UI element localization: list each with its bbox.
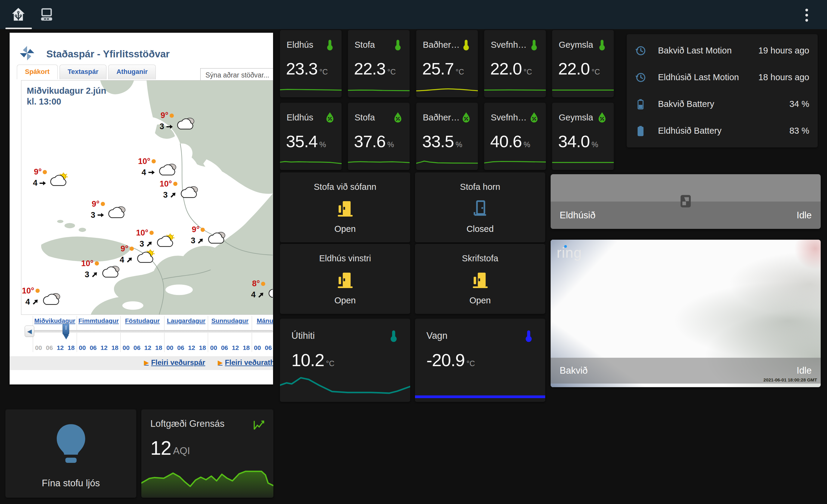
humidity-sensor-card[interactable]: Svefnh… 40.6 % (484, 103, 546, 170)
weather-station: 9° 3 (191, 225, 227, 245)
sensor-name: Stofa (354, 113, 375, 122)
tab-terminal[interactable] (33, 5, 60, 23)
sensor-unit: °C (326, 359, 334, 368)
climate-sensor-card[interactable]: Útihiti 10.2 °C (280, 319, 410, 402)
day-link[interactable]: Miðvikudagur (33, 317, 77, 324)
history-icon (635, 71, 646, 83)
day-link[interactable]: Laugardagur (164, 317, 208, 324)
station-dot-icon (173, 182, 178, 186)
tab-spakort[interactable]: Spákort (17, 65, 58, 79)
door-open-icon (335, 198, 355, 218)
sensor-unit: % (455, 140, 462, 149)
day-link[interactable]: Föstudagur (120, 317, 164, 324)
sensor-unit: % (387, 140, 394, 149)
station-wind: 3 (191, 236, 205, 245)
temperature-sensor-card[interactable]: Stofa 22.3 °C (348, 30, 409, 97)
station-dot-icon (149, 231, 154, 235)
day-link[interactable]: Sunnudagur (208, 317, 252, 324)
temperature-sensor-card[interactable]: Geymsla 22.0 °C (552, 30, 614, 97)
temperature-sensor-card[interactable]: Eldhús 23.3 °C (280, 30, 342, 97)
sensor-value: 25.7 (422, 59, 454, 78)
humidity-sensor-card[interactable]: Stofa 37.6 % (348, 103, 409, 170)
wind-arrow-icon (97, 211, 105, 219)
door-sensor-card[interactable]: Stofa horn Closed (415, 172, 545, 242)
weather-station: 9° 3 (160, 111, 196, 131)
station-temperature: 9° (34, 167, 47, 177)
temperature-sensor-card[interactable]: Svefnh… 22.0 °C (484, 30, 546, 97)
station-wind: 4 (251, 290, 265, 299)
door-state: Closed (415, 224, 545, 234)
lightbulb-icon (47, 419, 95, 468)
wind-arrow-icon (89, 269, 101, 281)
climate-sensor-card[interactable]: Vagn -20.9 °C (415, 319, 545, 402)
station-temperature: 9° (160, 111, 174, 120)
sensor-name: Svefnh… (491, 113, 527, 122)
weather-station: 10° 4 (138, 157, 178, 177)
door-open-icon (335, 270, 355, 289)
time-slider-handle[interactable] (62, 324, 69, 335)
temperature-sensor-card[interactable]: Baðher… 25.7 °C (416, 30, 478, 97)
door-name: Eldhús vinstri (280, 254, 410, 264)
humidity-sensor-card[interactable]: Geymsla 34.0 % (552, 103, 614, 170)
cloudy-icon (157, 162, 178, 177)
top-navbar (0, 0, 827, 29)
day-link[interactable]: Fimmtudagur (77, 317, 120, 324)
chart-line-icon (252, 418, 265, 432)
overflow-menu-button[interactable] (800, 7, 813, 23)
entity-row[interactable]: Eldhúsið Battery 83 % (627, 117, 818, 144)
station-wind: 4 (33, 178, 47, 188)
tab-textaspar[interactable]: Textaspár (59, 65, 106, 79)
cloudy-icon (106, 204, 127, 220)
camera-name: Bakvið (560, 365, 588, 376)
weather-station: 9° 4 (33, 167, 69, 188)
station-weather-icon (206, 230, 227, 245)
sensor-name: Baðher… (423, 40, 460, 50)
link-more-forecasts[interactable]: ▶Fleiri veðurspár (144, 358, 205, 367)
humidity-icon (324, 111, 336, 124)
station-temperature: 10° (22, 286, 40, 295)
sensor-value: 34.0 (558, 131, 590, 151)
sensor-unit: °C (467, 359, 475, 368)
wind-arrow-icon (30, 296, 42, 308)
thermometer-icon (387, 329, 400, 343)
entity-value: 34 % (789, 99, 809, 109)
door-sensor-card[interactable]: Skrifstofa Open (415, 244, 545, 314)
camera-status: Idle (797, 210, 812, 221)
link-more-observations[interactable]: ▶Fleiri veðurathuganir (218, 358, 273, 367)
tab-home[interactable] (5, 5, 32, 23)
station-wind: 4 (25, 297, 39, 307)
sensor-unit: °C (524, 68, 532, 76)
camera-card-kitchen[interactable]: Eldhúsið Idle (551, 174, 821, 229)
entity-row[interactable]: Bakvið Battery 34 % (627, 91, 818, 117)
station-wind: 3 (163, 190, 178, 200)
slider-left-arrow-button[interactable]: ◀ (25, 326, 34, 337)
sensor-unit: % (591, 140, 598, 149)
sensor-history-sparkline (484, 157, 546, 168)
sensor-history-sparkline (484, 84, 546, 95)
day-link[interactable]: Mánudagur (252, 317, 273, 324)
entity-row[interactable]: Bakvið Last Motion 19 hours ago (627, 37, 818, 64)
humidity-sensor-card[interactable]: Baðher… 33.5 % (416, 103, 478, 170)
hour-ticks: 00061218 (208, 344, 252, 351)
day-column: Laugardagur 00061218 (164, 316, 208, 352)
station-weather-icon (157, 162, 178, 177)
aqi-unit: AQI (173, 445, 190, 456)
tab-athuganir[interactable]: Athuganir (108, 65, 156, 79)
camera-card-backyard[interactable]: ring Bakvið Idle 2021-06-01 18:00:28 GMT (551, 240, 821, 387)
station-wind: 4 (142, 168, 156, 177)
light-card[interactable]: Fína stofu ljós (5, 409, 136, 498)
battery-40-icon (635, 98, 646, 110)
station-weather-icon (48, 172, 69, 188)
station-temperature: 9° (92, 200, 105, 209)
sensor-unit: °C (387, 68, 396, 76)
station-weather-icon (175, 116, 196, 131)
entity-row[interactable]: Eldhúsið Last Motion 18 hours ago (627, 64, 818, 91)
wind-arrow-icon (147, 168, 156, 177)
air-quality-card[interactable]: Loftgæði Grensás 12 AQI (141, 409, 273, 498)
door-sensor-card[interactable]: Stofa við sófann Open (280, 172, 410, 242)
humidity-sensor-card[interactable]: Eldhús 35.4 % (280, 103, 342, 170)
sensor-name: Útihiti (291, 330, 315, 341)
camera-name: Eldhúsið (560, 210, 595, 221)
day-column: Fimmtudagur 00061218 (77, 316, 120, 352)
door-sensor-card[interactable]: Eldhús vinstri Open (280, 244, 410, 314)
